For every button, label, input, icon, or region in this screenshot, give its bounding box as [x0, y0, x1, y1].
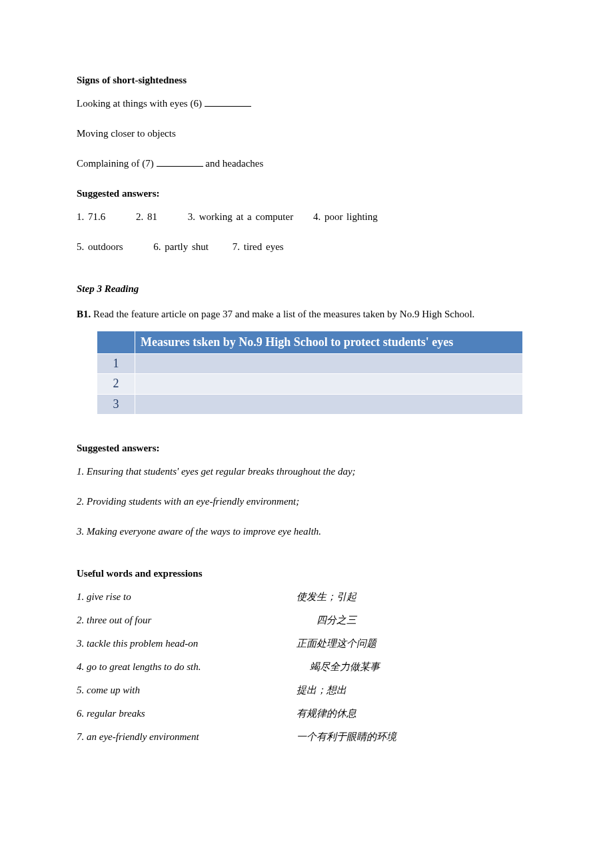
table-row: 3 — [97, 394, 523, 414]
suggested-answer-item-2: 2. Providing students with an eye-friend… — [77, 495, 536, 509]
signs-line-1-pre: Looking at things with eyes (6) — [77, 98, 205, 109]
vocab-row: 6. regular breaks 有规律的休息 — [77, 707, 536, 721]
vocab-cn: 使发生；引起 — [297, 590, 356, 604]
vocab-row: 1. give rise to 使发生；引起 — [77, 590, 536, 604]
vocab-cn: 有规律的休息 — [297, 707, 356, 721]
answer-2: 2. 81 — [136, 211, 157, 222]
measures-table-wrap: Measures tsken by No.9 High School to pr… — [97, 331, 523, 415]
document-page: Signs of short-sightedness Looking at th… — [0, 0, 613, 868]
suggested-answer-item-3: 3. Making everyone aware of the ways to … — [77, 525, 536, 539]
vocab-row: 4. go to great lengths to do sth. 竭尽全力做某… — [77, 660, 536, 674]
row-value[interactable] — [135, 354, 523, 374]
answer-3: 3. working at a computer — [188, 211, 293, 222]
signs-line-3-pre: Complaining of (7) — [77, 158, 157, 169]
row-number: 3 — [97, 394, 135, 414]
suggested-answers-1-heading: Suggested answers: — [77, 187, 536, 201]
vocab-en: 4. go to great lengths to do sth. — [77, 660, 310, 674]
answer-5: 5. outdoors — [77, 241, 123, 252]
b1-label: B1. — [77, 309, 91, 319]
signs-heading: Signs of short-sightedness — [77, 73, 536, 87]
table-row: 2 — [97, 374, 523, 394]
blank-7[interactable] — [157, 166, 203, 167]
row-value[interactable] — [135, 394, 523, 414]
vocab-cn: 正面处理这个问题 — [297, 637, 376, 651]
answer-4: 4. poor lighting — [313, 211, 378, 222]
b1-instruction: B1. Read the feature article on page 37 … — [77, 304, 536, 324]
vocab-row: 5. come up with 提出；想出 — [77, 683, 536, 697]
b1-text: Read the feature article on page 37 and … — [91, 309, 474, 319]
suggested-answers-2-heading: Suggested answers: — [77, 441, 536, 455]
useful-heading: Useful words and expressions — [77, 567, 536, 581]
vocab-cn: 一个有利于眼睛的环境 — [297, 730, 396, 744]
table-header: Measures tsken by No.9 High School to pr… — [135, 331, 523, 354]
vocab-en: 3. tackle this problem head-on — [77, 637, 297, 651]
suggested-answers-1-row2: 5. outdoors 6. partly shut 7. tired eyes — [77, 240, 536, 254]
vocab-row: 2. three out of four 四分之三 — [77, 613, 536, 627]
row-value[interactable] — [135, 374, 523, 394]
vocab-row: 3. tackle this problem head-on 正面处理这个问题 — [77, 637, 536, 651]
step-3-heading: Step 3 Reading — [77, 282, 536, 296]
answer-6: 6. partly shut — [153, 241, 209, 252]
table-header-row: Measures tsken by No.9 High School to pr… — [97, 331, 523, 354]
vocab-cn: 提出；想出 — [297, 683, 346, 697]
suggested-answers-1-row1: 1. 71.6 2. 81 3. working at a computer 4… — [77, 210, 536, 224]
vocab-en: 2. three out of four — [77, 613, 316, 627]
table-row: 1 — [97, 354, 523, 374]
vocab-cn: 四分之三 — [316, 613, 356, 627]
signs-line-3: Complaining of (7) and headaches — [77, 157, 536, 171]
vocab-en: 1. give rise to — [77, 590, 297, 604]
vocab-en: 5. come up with — [77, 683, 297, 697]
measures-table: Measures tsken by No.9 High School to pr… — [97, 331, 523, 415]
blank-6[interactable] — [205, 106, 251, 107]
signs-line-1: Looking at things with eyes (6) — [77, 97, 536, 111]
vocab-list: 1. give rise to 使发生；引起 2. three out of f… — [77, 590, 536, 744]
vocab-en: 6. regular breaks — [77, 707, 297, 721]
signs-line-2: Moving closer to objects — [77, 127, 536, 141]
vocab-cn: 竭尽全力做某事 — [310, 660, 380, 674]
suggested-answer-item-1: 1. Ensuring that students' eyes get regu… — [77, 465, 536, 479]
row-number: 1 — [97, 354, 135, 374]
answer-7: 7. tired eyes — [233, 241, 284, 252]
vocab-row: 7. an eye-friendly environment 一个有利于眼睛的环… — [77, 730, 536, 744]
table-header-empty — [97, 331, 135, 354]
vocab-en: 7. an eye-friendly environment — [77, 730, 297, 744]
signs-line-3-post: and headaches — [203, 158, 264, 169]
row-number: 2 — [97, 374, 135, 394]
answer-1: 1. 71.6 — [77, 211, 105, 222]
